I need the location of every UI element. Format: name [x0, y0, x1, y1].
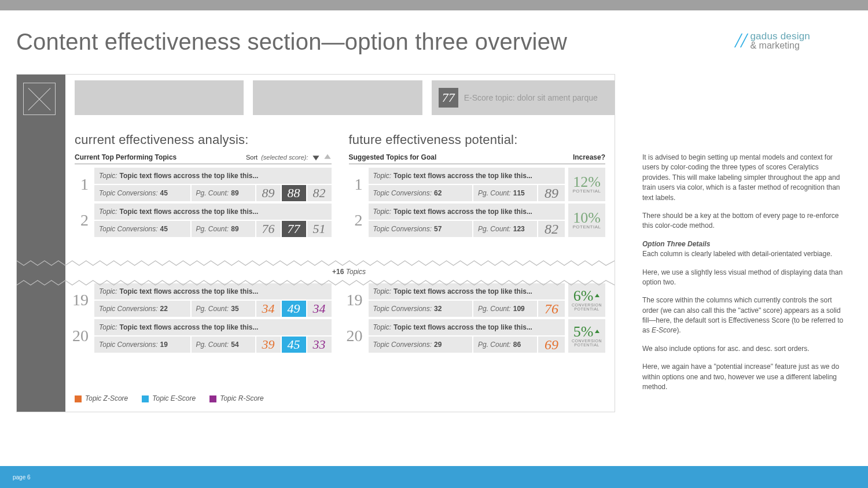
pg-label: Pg. Count: [196, 305, 229, 313]
conv-label: Topic Conversions: [99, 225, 158, 233]
conv-value: 57 [434, 225, 442, 233]
topic-prefix: Topic: [99, 172, 117, 180]
conv-value: 45 [160, 189, 168, 197]
wireframe-panel: 77 E-Score topic: dolor sit ament parque… [16, 74, 615, 412]
pg-value: 89 [231, 189, 238, 197]
e-score: 82 [538, 221, 565, 237]
potential-label: POTENTIAL [573, 188, 601, 194]
r-score: 34 [307, 301, 332, 317]
page-number: page 6 [13, 474, 31, 480]
potential-label: POTENTIAL [573, 224, 601, 230]
sort-label: Sort [246, 154, 258, 161]
table-row: 20 Topic: Topic text flows accross the t… [75, 319, 332, 353]
rank: 1 [75, 168, 91, 201]
sort-control[interactable]: Sort (selected score): [246, 153, 332, 161]
legend-z-label: Topic Z-Score [85, 394, 128, 402]
potential-label: CONVERSION POTENTIAL [568, 339, 605, 347]
topic-text: Topic text flows accross the top like th… [393, 323, 532, 331]
commentary: It is advised to begin setting up mental… [642, 153, 845, 400]
pg-value: 109 [513, 305, 525, 313]
topic-prefix: Topic: [99, 208, 117, 216]
r-score: 51 [307, 221, 332, 237]
conv-label: Topic Conversions: [99, 189, 158, 197]
conv-label: Topic Conversions: [373, 225, 432, 233]
topic-text: Topic text flows accross the top like th… [393, 172, 532, 180]
table-row: 2 Topic: Topic text flows accross the to… [75, 204, 332, 237]
table-row: 19 Topic: Topic text flows accross the t… [75, 283, 332, 317]
rank: 19 [75, 283, 91, 317]
topic-text: Topic text flows accross the top like th… [120, 287, 259, 295]
e-score: 88 [282, 185, 306, 201]
topic-prefix: Topic: [373, 323, 392, 331]
left-rail [17, 75, 65, 412]
current-header-label: Current Top Performing Topics [75, 153, 176, 161]
table-row: 2 Topic: Topic text flows accross the to… [349, 204, 606, 237]
page-title: Content effectiveness section—option thr… [16, 29, 567, 55]
note-p7: Here, we again have a "potential increas… [642, 362, 845, 392]
note-p3: Each column is clearly labeled with deta… [642, 250, 832, 258]
note-h3: Option Three Details [642, 240, 710, 248]
future-rows: 1 Topic: Topic text flows accross the to… [349, 168, 606, 353]
pg-value: 54 [231, 341, 238, 349]
e-score: 76 [538, 301, 565, 317]
z-score: 34 [256, 301, 281, 317]
topic-prefix: Topic: [373, 208, 392, 216]
note-p6: We also include options for asc. and des… [642, 344, 845, 354]
topic-text: Topic text flows accross the top like th… [393, 208, 532, 216]
arrow-up-icon [594, 329, 600, 335]
current-heading: current effectiveness analysis: [75, 132, 332, 147]
current-rows: 1 Topic: Topic text flows accross the to… [75, 168, 332, 353]
potential-cell: 5% CONVERSION POTENTIAL [568, 319, 605, 353]
potential-pct: 6% [573, 289, 601, 302]
potential-cell: 10% POTENTIAL [568, 204, 605, 237]
table-row: 20 Topic: Topic text flows accross the t… [349, 319, 606, 353]
pg-label: Pg. Count: [478, 225, 511, 233]
note-p1: It is advised to begin setting up mental… [642, 153, 845, 203]
legend-z-swatch-icon [75, 395, 82, 402]
sort-desc-icon[interactable] [312, 153, 320, 161]
pg-label: Pg. Count: [478, 305, 511, 313]
legend-e-swatch-icon [142, 395, 149, 402]
topic-text: Topic text flows accross the top like th… [393, 287, 532, 295]
table-row: 19 Topic: Topic text flows accross the t… [349, 283, 606, 317]
conv-label: Topic Conversions: [99, 341, 158, 349]
table-row: 1 Topic: Topic text flows accross the to… [75, 168, 332, 201]
conv-value: 62 [434, 189, 442, 197]
note-p5c: ). [676, 326, 681, 334]
brand-logo: // gadus design & marketing [735, 31, 810, 50]
potential-cell: 12% POTENTIAL [568, 168, 605, 201]
conv-value: 22 [160, 305, 168, 313]
z-score: 39 [256, 337, 281, 353]
pg-label: Pg. Count: [478, 189, 511, 197]
e-score: 45 [282, 337, 306, 353]
escore-chip: 77 [439, 88, 458, 108]
pg-value: 35 [231, 305, 238, 313]
rank: 20 [349, 319, 365, 353]
e-score: 69 [538, 337, 565, 353]
pg-value: 89 [231, 225, 238, 233]
topic-prefix: Topic: [99, 323, 117, 331]
sort-asc-icon[interactable] [323, 153, 332, 161]
kpi-escore-tile: 77 E-Score topic: dolor sit ament parque [432, 80, 615, 115]
potential-pct: 12% [573, 175, 601, 188]
kpi-tiles: 77 E-Score topic: dolor sit ament parque [75, 80, 615, 115]
potential-pct: 5% [573, 325, 601, 338]
brand-line2: & marketing [750, 41, 810, 50]
legend-r-swatch-icon [209, 395, 216, 402]
future-heading: future effectiveness potential: [349, 132, 606, 147]
pg-value: 115 [513, 189, 525, 197]
kpi-placeholder-2 [253, 80, 422, 115]
conv-value: 32 [434, 305, 442, 313]
rank: 19 [349, 283, 365, 317]
conv-label: Topic Conversions: [99, 305, 158, 313]
placeholder-image-icon [23, 83, 56, 115]
rank: 2 [75, 204, 91, 237]
table-row: 1 Topic: Topic text flows accross the to… [349, 168, 606, 201]
pg-label: Pg. Count: [196, 189, 229, 197]
legend-e-label: Topic E-Score [152, 394, 196, 402]
potential-label: CONVERSION POTENTIAL [568, 303, 605, 311]
brand-slashes-icon: // [735, 32, 746, 49]
escore-label: E-Score topic: dolor sit ament parque [464, 93, 598, 102]
e-score: 77 [282, 221, 306, 237]
topic-text: Topic text flows accross the top like th… [120, 323, 259, 331]
